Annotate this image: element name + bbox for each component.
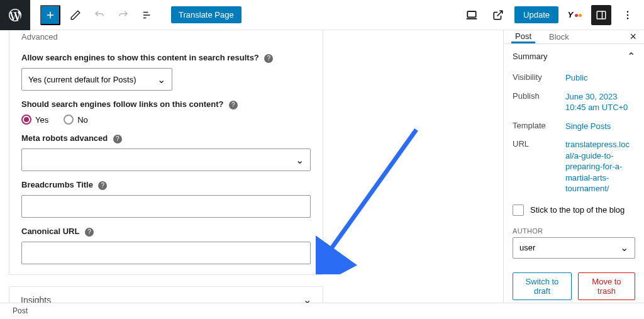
summary-section-toggle[interactable]: Summary ⌃ [504, 44, 644, 69]
help-icon[interactable]: ? [85, 228, 94, 237]
redo-icon [118, 9, 129, 21]
follow-no-radio[interactable]: No [64, 115, 88, 125]
help-icon[interactable]: ? [113, 135, 122, 143]
translate-page-button[interactable]: Translate Page [171, 6, 242, 23]
external-link-icon [492, 9, 504, 21]
yoast-advanced-panel: Advanced Allow search engines to show th… [9, 30, 323, 275]
sidebar-tabs: Post Block × [504, 30, 644, 44]
update-button[interactable]: Update [514, 6, 558, 23]
yoast-status-dots [574, 10, 582, 20]
editor-footer: Post [0, 303, 644, 319]
author-value: user [519, 243, 535, 252]
switch-to-draft-button[interactable]: Switch to draft [513, 272, 572, 300]
breadcrumb[interactable]: Post [13, 306, 28, 315]
settings-sidebar: Post Block × Summary ⌃ Visibility Public… [503, 30, 644, 319]
follow-yes-radio[interactable]: Yes [21, 115, 48, 125]
publish-label: Publish [513, 91, 565, 113]
wordpress-logo[interactable] [0, 0, 30, 30]
allow-search-value: Yes (current default for Posts) [28, 75, 136, 84]
url-value[interactable]: translatepress.local/a-guide-to-preparin… [565, 139, 635, 194]
chevron-down-icon: ⌄ [620, 242, 628, 254]
chevron-down-icon: ⌄ [296, 154, 304, 166]
radio-icon [64, 115, 74, 125]
preview-external-button[interactable] [488, 5, 508, 25]
redo-button[interactable] [114, 6, 132, 24]
follow-links-label: Should search engines follow links on th… [21, 99, 223, 109]
settings-sidebar-button[interactable] [591, 5, 611, 25]
add-block-button[interactable] [40, 5, 60, 25]
breadcrumbs-title-label: Breadcrumbs Title [21, 180, 93, 189]
svg-point-10 [627, 11, 628, 12]
url-label: URL [513, 139, 565, 194]
edit-mode-button[interactable] [67, 6, 84, 24]
breadcrumbs-title-input[interactable] [21, 195, 311, 218]
close-sidebar-button[interactable]: × [630, 30, 636, 43]
allow-search-label: Allow search engines to show this conten… [21, 53, 259, 62]
chevron-up-icon: ⌃ [627, 50, 635, 62]
meta-robots-select[interactable]: ⌄ [21, 148, 311, 171]
yoast-icon: Y [568, 10, 574, 20]
kebab-icon [622, 9, 633, 21]
advanced-heading: Advanced [21, 30, 311, 44]
svg-rect-5 [467, 11, 475, 17]
help-icon[interactable]: ? [264, 54, 273, 63]
laptop-icon [465, 9, 478, 21]
summary-title: Summary [513, 52, 548, 61]
meta-robots-label: Meta robots advanced [21, 133, 108, 143]
canonical-url-input[interactable] [21, 242, 311, 264]
editor-toolbar: Translate Page Update Y [0, 0, 644, 30]
help-icon[interactable]: ? [229, 101, 238, 109]
canonical-url-label: Canonical URL [21, 227, 79, 236]
annotation-arrow [316, 123, 429, 274]
template-label: Template [513, 121, 565, 132]
yoast-pin-button[interactable]: Y [565, 5, 585, 25]
svg-point-12 [627, 18, 628, 19]
allow-search-select[interactable]: Yes (current default for Posts) ⌄ [21, 68, 172, 91]
author-heading: AUTHOR [504, 222, 644, 237]
svg-point-11 [627, 14, 628, 15]
options-button[interactable] [618, 5, 638, 25]
author-select[interactable]: user ⌄ [513, 237, 635, 259]
list-icon [142, 9, 153, 21]
visibility-label: Visibility [513, 72, 565, 84]
template-value[interactable]: Single Posts [565, 121, 635, 132]
document-overview-button[interactable] [138, 6, 156, 24]
publish-value[interactable]: June 30, 2023 10:45 am UTC+0 [565, 91, 635, 113]
plus-icon [45, 9, 56, 21]
editor-canvas: Advanced Allow search engines to show th… [0, 30, 503, 319]
undo-icon [94, 9, 105, 21]
tab-block[interactable]: Block [545, 30, 573, 43]
chevron-down-icon: ⌄ [157, 74, 165, 86]
svg-rect-8 [597, 11, 606, 19]
tab-post[interactable]: Post [511, 30, 535, 43]
help-icon[interactable]: ? [98, 181, 107, 190]
radio-icon [21, 115, 31, 125]
wordpress-icon [8, 8, 23, 23]
sidebar-icon [596, 9, 607, 21]
svg-line-14 [325, 130, 416, 258]
undo-button[interactable] [91, 6, 108, 24]
move-to-trash-button[interactable]: Move to trash [578, 272, 635, 300]
stick-to-top-checkbox[interactable] [513, 204, 524, 216]
visibility-value[interactable]: Public [565, 72, 635, 84]
view-button[interactable] [462, 5, 482, 25]
svg-line-7 [497, 11, 502, 16]
stick-to-top-label: Stick to the top of the blog [530, 205, 625, 215]
pencil-icon [70, 9, 81, 21]
